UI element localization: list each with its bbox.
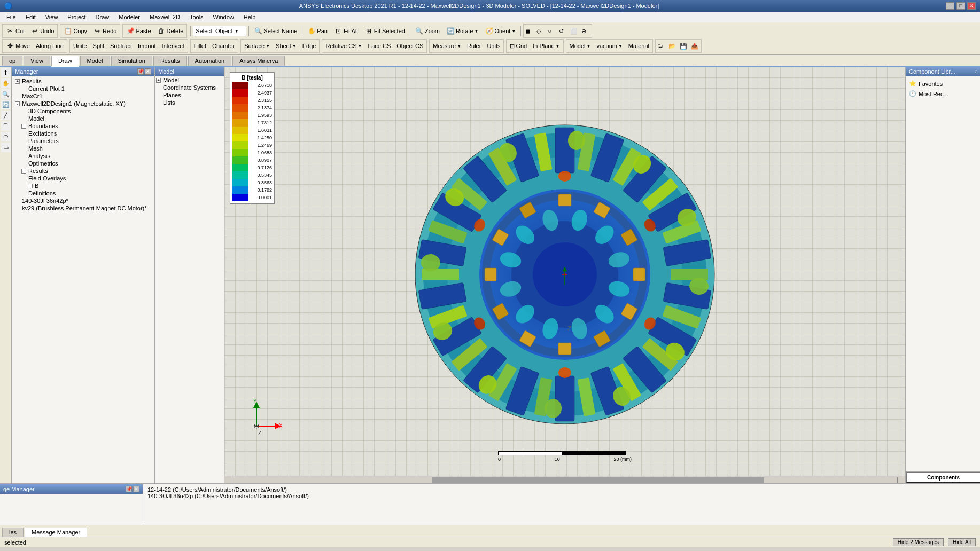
components-tab[interactable]: Components <box>906 472 980 483</box>
pan-button[interactable]: ✋ Pan <box>305 25 330 37</box>
model-button[interactable]: Model ▼ <box>567 40 594 52</box>
progress-close[interactable]: ✕ <box>133 486 139 492</box>
move-button[interactable]: ✥ Move <box>3 40 33 52</box>
tree-item[interactable]: Current Plot 1 <box>12 85 154 92</box>
snap3-button[interactable]: ○ <box>547 25 557 37</box>
vtb-select[interactable]: ⬆ <box>1 68 11 77</box>
vacuum-button[interactable]: vacuum ▼ <box>594 40 625 52</box>
edge-button[interactable]: Edge <box>300 40 319 52</box>
tab-ansys-minerva[interactable]: Ansys Minerva <box>232 56 285 66</box>
chamfer-button[interactable]: Chamfer <box>209 40 237 52</box>
unite-button[interactable]: Unite <box>71 40 90 52</box>
tree-item[interactable]: Optimetrics <box>12 160 154 167</box>
tree-item[interactable]: -Boundaries <box>12 122 154 130</box>
model-tree-item[interactable]: Lists <box>155 99 224 106</box>
canvas-area[interactable]: B [tesla] 2.67182.49372.31552.13741.9593… <box>224 67 905 483</box>
toolbar-icon1[interactable]: 🗂 <box>656 40 667 52</box>
maximize-button[interactable]: □ <box>956 2 965 10</box>
paste-button[interactable]: 📌 Paste <box>123 25 153 37</box>
measure-button[interactable]: Measure ▼ <box>430 40 464 52</box>
vtb-rotate[interactable]: 🔄 <box>1 100 11 109</box>
tab-simulation[interactable]: Simulation <box>111 56 152 66</box>
scrollbar-track[interactable] <box>232 477 898 483</box>
zoom-button[interactable]: 🔍 Zoom <box>413 25 442 37</box>
model-tree-item[interactable]: +Model <box>155 76 224 84</box>
tab-draw[interactable]: Draw <box>51 56 79 67</box>
tree-item[interactable]: MaxCr1 <box>12 92 154 100</box>
collapse-right-panel[interactable]: ‹ <box>975 69 977 75</box>
tree-item[interactable]: +Results <box>12 77 154 85</box>
tree-item[interactable]: 3D Components <box>12 107 154 115</box>
tree-item[interactable]: Definitions <box>12 190 154 197</box>
vtb-curve[interactable]: ⌒ <box>1 121 11 131</box>
menu-item-window[interactable]: Window <box>209 13 238 21</box>
vtb-pan[interactable]: ✋ <box>1 78 11 88</box>
snap6-button[interactable]: ⊕ <box>580 25 591 37</box>
ruler-button[interactable]: Ruler <box>464 40 484 52</box>
tab-automation[interactable]: Automation <box>188 56 232 66</box>
snap2-button[interactable]: ◇ <box>535 25 546 37</box>
tree-expand[interactable]: - <box>15 101 20 106</box>
snap5-button[interactable]: ⬜ <box>569 25 580 37</box>
relative-cs-button[interactable]: Relative CS ▼ <box>323 40 364 52</box>
fit-selected-button[interactable]: ⊞ Fit Selected <box>362 25 408 37</box>
fillet-button[interactable]: Fillet <box>191 40 209 52</box>
menu-item-view[interactable]: View <box>41 13 63 21</box>
tree-item[interactable]: Mesh <box>12 145 154 152</box>
model-tree-item[interactable]: Coordinate Systems <box>155 84 224 91</box>
vtb-zoom[interactable]: 🔍 <box>1 89 11 99</box>
tree-item[interactable]: +B <box>12 182 154 190</box>
menu-item-tools[interactable]: Tools <box>185 13 208 21</box>
tab-results[interactable]: Results <box>153 56 187 66</box>
along-line-button[interactable]: Along Line <box>33 40 66 52</box>
tree-item[interactable]: Parameters <box>12 137 154 145</box>
tree-item[interactable]: kv29 (Brushless Permanent-Magnet DC Moto… <box>12 204 154 212</box>
sheet-button[interactable]: Sheet ▼ <box>273 40 299 52</box>
hide-all-button[interactable]: Hide All <box>948 538 976 546</box>
face-cs-button[interactable]: Face CS <box>365 40 393 52</box>
undo-button[interactable]: ↩ Undo <box>28 25 57 37</box>
tab-model[interactable]: Model <box>80 56 110 66</box>
select-object-dropdown[interactable]: Select: Object ▼ <box>193 26 246 36</box>
minimize-button[interactable]: ─ <box>946 2 954 10</box>
material-button[interactable]: Material <box>626 40 652 52</box>
progress-pin[interactable]: 📌 <box>126 486 132 492</box>
tree-item[interactable]: Model <box>12 115 154 122</box>
horizontal-scrollbar[interactable] <box>224 476 905 483</box>
menu-item-modeler[interactable]: Modeler <box>114 13 144 21</box>
tree-expand[interactable]: - <box>21 124 26 129</box>
bottom-tab-message-manager[interactable]: Message Manager <box>25 528 87 537</box>
intersect-button[interactable]: Intersect <box>159 40 187 52</box>
select-name-button[interactable]: 🔍 Select Name <box>251 25 300 37</box>
tab-op[interactable]: op <box>2 56 22 66</box>
model-tree-expand[interactable]: + <box>156 78 161 83</box>
rotate-button[interactable]: 🔄 Rotate ▼ <box>444 25 481 37</box>
toolbar-icon2[interactable]: 📂 <box>667 40 678 52</box>
close-button[interactable]: ✕ <box>967 2 976 10</box>
tree-item[interactable]: +Results <box>12 167 154 175</box>
snap1-button[interactable]: ◼ <box>524 25 535 37</box>
vtb-arc[interactable]: ◠ <box>1 132 11 141</box>
split-button[interactable]: Split <box>90 40 107 52</box>
vtb-rect[interactable]: ▭ <box>1 143 11 152</box>
grid-button[interactable]: ⊞ Grid <box>507 40 530 52</box>
menu-item-maxwell 2d[interactable]: Maxwell 2D <box>145 13 184 21</box>
vtb-line[interactable]: ╱ <box>1 111 11 120</box>
favorites-item[interactable]: ⭐ Favorites <box>906 78 980 89</box>
delete-button[interactable]: 🗑 Delete <box>154 25 186 37</box>
scrollbar-thumb[interactable] <box>432 477 764 483</box>
bottom-tab-ies[interactable]: ies <box>2 528 24 537</box>
orient-button[interactable]: 🧭 Orient ▼ <box>482 25 518 37</box>
toolbar-icon4[interactable]: 📤 <box>690 40 701 52</box>
menu-item-help[interactable]: Help <box>239 13 260 21</box>
panel-close[interactable]: ✕ <box>145 68 151 75</box>
tab-view[interactable]: View <box>24 56 50 66</box>
tree-item[interactable]: Analysis <box>12 152 154 160</box>
menu-item-draw[interactable]: Draw <box>91 13 114 21</box>
tree-expand[interactable]: + <box>21 169 26 174</box>
redo-button[interactable]: ↪ Redo <box>90 25 119 37</box>
toolbar-icon3[interactable]: 💾 <box>679 40 689 52</box>
panel-pin[interactable]: 📌 <box>137 68 144 75</box>
tree-item[interactable]: Excitations <box>12 130 154 137</box>
hide-messages-button[interactable]: Hide 2 Messages <box>893 538 944 546</box>
